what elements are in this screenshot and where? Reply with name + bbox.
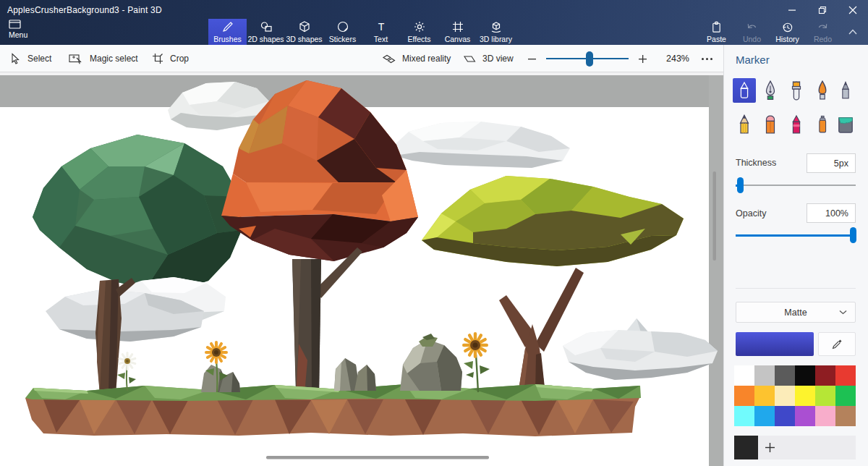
marker-icon xyxy=(736,81,752,100)
palette-swatch[interactable] xyxy=(795,406,815,426)
restore-button[interactable] xyxy=(807,0,838,20)
plus-icon xyxy=(638,54,647,64)
title-bar[interactable]: ApplesCrusherBackground3 - Paint 3D xyxy=(0,0,868,20)
brush-pixel-pen[interactable] xyxy=(834,78,857,103)
zoom-slider-thumb[interactable] xyxy=(586,51,593,67)
window-title: ApplesCrusherBackground3 - Paint 3D xyxy=(0,5,162,15)
brush-calligraphy-pen[interactable] xyxy=(759,78,782,103)
horizontal-scrollbar[interactable] xyxy=(266,456,489,459)
eyedropper-icon xyxy=(831,339,843,350)
vertical-scrollbar[interactable] xyxy=(713,171,717,260)
menu-folder-icon xyxy=(9,19,21,29)
tab-3d-library[interactable]: 3D library xyxy=(477,19,515,45)
brush-spray-can[interactable] xyxy=(811,112,834,137)
palette-swatch[interactable] xyxy=(795,365,815,386)
3d-shapes-icon xyxy=(298,20,311,33)
tab-stickers[interactable]: Stickers xyxy=(323,19,362,45)
brush-fill[interactable] xyxy=(834,112,857,137)
palette-swatch[interactable] xyxy=(734,365,754,386)
thickness-slider[interactable] xyxy=(724,177,868,194)
palette-swatch[interactable] xyxy=(775,406,795,426)
crop-icon xyxy=(152,53,163,64)
opacity-slider[interactable] xyxy=(724,226,868,244)
magic-select-tool[interactable]: Magic select xyxy=(69,45,138,72)
zoom-slider[interactable] xyxy=(546,45,629,72)
panel-separator xyxy=(736,288,856,289)
palette-swatch[interactable] xyxy=(815,406,835,426)
palette-swatch[interactable] xyxy=(815,365,835,386)
palette-swatch[interactable] xyxy=(815,386,835,406)
3d-scene-canvas[interactable] xyxy=(0,72,723,466)
thickness-label: Thickness xyxy=(736,158,776,168)
text-icon: T xyxy=(375,20,388,33)
tab-3d-shapes[interactable]: 3D shapes xyxy=(285,19,323,45)
crop-tool[interactable]: Crop xyxy=(152,45,189,72)
palette-swatch[interactable] xyxy=(835,386,856,406)
palette-swatch[interactable] xyxy=(754,365,775,386)
finish-value: Matte xyxy=(784,308,807,318)
brush-eraser[interactable] xyxy=(759,112,782,137)
oil-brush-icon xyxy=(788,80,804,101)
tab-effects[interactable]: Effects xyxy=(400,19,438,45)
select-cursor-icon xyxy=(10,53,21,64)
history-button[interactable]: History xyxy=(770,19,805,45)
menu-label: Menu xyxy=(9,30,27,39)
brush-watercolour[interactable] xyxy=(811,78,834,103)
brush-pencil[interactable] xyxy=(733,112,756,137)
add-color-button[interactable] xyxy=(758,436,856,459)
thickness-slider-thumb[interactable] xyxy=(737,177,744,193)
opacity-input[interactable]: 100% xyxy=(807,203,856,223)
paste-button[interactable]: Paste xyxy=(699,19,734,45)
brush-crayon[interactable] xyxy=(785,112,808,137)
zoom-in-button[interactable] xyxy=(634,45,650,72)
effects-icon xyxy=(413,20,426,33)
palette-swatch[interactable] xyxy=(795,386,815,406)
palette-swatch[interactable] xyxy=(734,406,754,426)
pencil-icon xyxy=(736,114,752,135)
zoom-out-button[interactable] xyxy=(524,45,540,72)
palette-swatch[interactable] xyxy=(835,365,856,386)
app-header: ApplesCrusherBackground3 - Paint 3D Menu… xyxy=(0,0,868,45)
toolbar-shadow xyxy=(0,72,723,75)
ribbon: Menu Brushes 2D shapes 3D shapes Sticker… xyxy=(0,20,868,45)
palette-swatch[interactable] xyxy=(754,406,775,426)
minus-icon xyxy=(527,54,537,64)
current-color-swatch[interactable] xyxy=(736,332,814,356)
tab-canvas[interactable]: Canvas xyxy=(438,19,477,45)
undo-button[interactable]: Undo xyxy=(734,19,770,45)
collapse-ribbon-button[interactable] xyxy=(841,19,865,45)
mixed-reality-button[interactable]: Mixed reality xyxy=(382,45,451,72)
custom-color-swatch[interactable] xyxy=(734,436,758,459)
palette-swatch[interactable] xyxy=(734,386,754,406)
finish-dropdown[interactable]: Matte xyxy=(736,302,856,323)
zoom-percentage[interactable]: 243% xyxy=(657,45,699,72)
brush-oil-brush[interactable] xyxy=(785,78,808,103)
brush-marker[interactable] xyxy=(733,78,756,103)
eyedropper-button[interactable] xyxy=(818,332,856,356)
palette-swatch[interactable] xyxy=(754,386,775,406)
menu-button[interactable]: Menu xyxy=(6,19,39,43)
canvas-toolbar: Select Magic select Crop Mixed reality 3… xyxy=(0,45,723,72)
color-palette xyxy=(734,365,856,426)
opacity-slider-thumb[interactable] xyxy=(850,227,856,243)
more-options-button[interactable] xyxy=(696,45,718,72)
tab-brushes[interactable]: Brushes xyxy=(208,19,247,45)
palette-swatch[interactable] xyxy=(835,406,856,426)
close-button[interactable] xyxy=(838,0,868,20)
stickers-icon xyxy=(336,20,349,33)
ribbon-tabs: Brushes 2D shapes 3D shapes Stickers T T… xyxy=(208,19,515,45)
redo-button[interactable]: Redo xyxy=(805,19,841,45)
minimize-button[interactable] xyxy=(777,0,807,20)
palette-swatch[interactable] xyxy=(775,386,795,406)
grass-island[interactable] xyxy=(25,384,641,436)
add-color-plus-icon xyxy=(765,442,775,453)
select-tool[interactable]: Select xyxy=(10,45,51,72)
spray-can-icon xyxy=(815,114,830,135)
chevron-down-icon xyxy=(839,310,847,315)
tab-2d-shapes[interactable]: 2D shapes xyxy=(247,19,285,45)
tab-text[interactable]: T Text xyxy=(362,19,400,45)
right-gutter xyxy=(709,75,723,466)
3d-view-button[interactable]: 3D view xyxy=(463,45,514,72)
thickness-input[interactable]: 5px xyxy=(807,153,856,173)
palette-swatch[interactable] xyxy=(775,365,795,386)
